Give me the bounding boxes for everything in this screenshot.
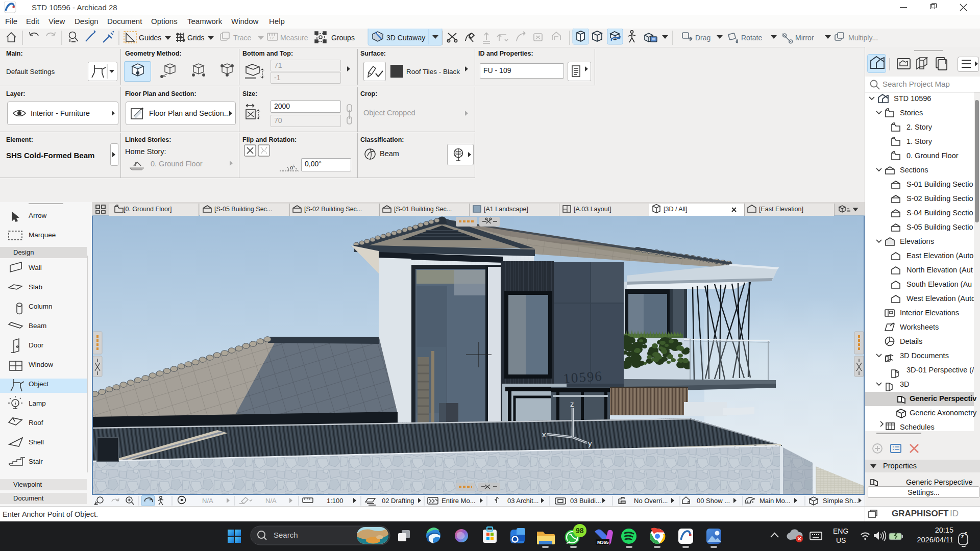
svg-text:α: α (290, 163, 294, 171)
svg-text:12: 12 (270, 36, 274, 40)
svg-text:z: z (965, 531, 967, 536)
svg-text:y: y (588, 439, 592, 447)
svg-text:x: x (542, 430, 546, 439)
svg-text:M365: M365 (597, 540, 609, 545)
svg-text:10596: 10596 (562, 368, 603, 386)
svg-text:z: z (570, 399, 574, 408)
svg-text:98: 98 (576, 527, 584, 535)
svg-text:z: z (961, 533, 964, 539)
